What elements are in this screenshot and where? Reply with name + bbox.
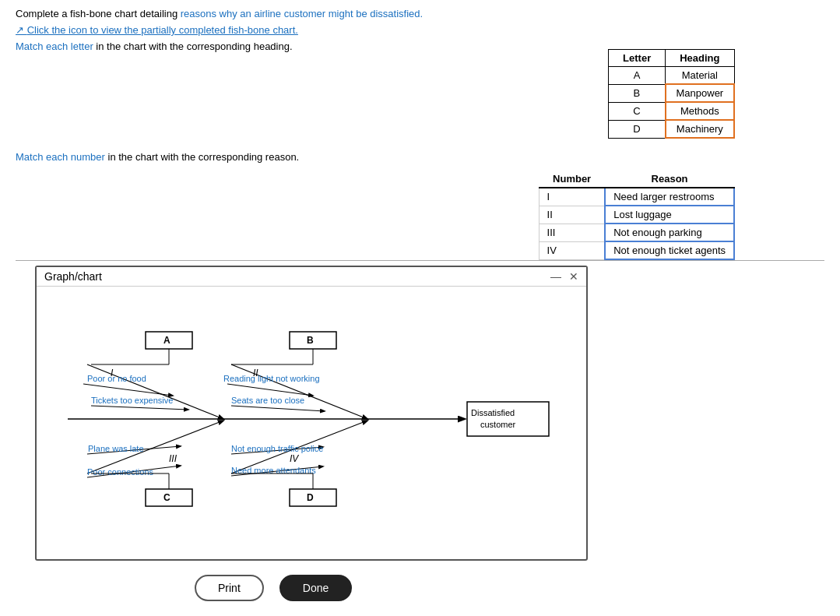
number-I: I: [539, 188, 605, 206]
table-row: B Manpower: [609, 84, 734, 102]
svg-line-18: [227, 384, 313, 396]
instruction-highlight3: Match each letter: [16, 40, 93, 52]
number-II: II: [539, 206, 605, 224]
svg-line-10: [91, 406, 188, 410]
letter-d: D: [609, 120, 666, 138]
heading-methods[interactable]: Methods: [666, 102, 734, 120]
reason-II[interactable]: Lost luggage: [605, 206, 734, 224]
svg-text:Not enough traffic police: Not enough traffic police: [231, 444, 323, 453]
reason-col-header: Reason: [605, 171, 734, 188]
reason-IV[interactable]: Not enough ticket agents: [605, 241, 734, 259]
svg-text:Reading light not working: Reading light not working: [223, 374, 320, 383]
svg-line-17: [231, 364, 367, 419]
svg-text:Dissatisfied: Dissatisfied: [471, 408, 515, 417]
instruction-line4: Match each number in the chart with the …: [16, 151, 824, 163]
chart-window: Graph/chart — ✕: [35, 266, 588, 561]
instruction-highlight1: reasons why an airline customer might be…: [181, 8, 423, 19]
table-row: II Lost luggage: [539, 206, 734, 224]
done-button[interactable]: Done: [279, 575, 352, 601]
divider: [16, 260, 824, 261]
table-row: A Material: [609, 67, 734, 85]
svg-text:Plane was late: Plane was late: [88, 444, 144, 453]
svg-text:B: B: [307, 335, 314, 346]
letter-a: A: [609, 67, 666, 85]
heading-manpower[interactable]: Manpower: [666, 84, 734, 102]
chart-titlebar: Graph/chart — ✕: [37, 267, 586, 287]
svg-text:D: D: [307, 492, 314, 503]
instruction-line1: Complete a fish-bone chart detailing rea…: [16, 8, 824, 19]
svg-rect-1: [467, 402, 549, 436]
letter-b: B: [609, 84, 666, 102]
instruction-line2: ↗ Click the icon to view the partially c…: [16, 24, 824, 36]
svg-text:Poor or no food: Poor or no food: [87, 374, 146, 383]
chart-title: Graph/chart: [44, 270, 102, 283]
svg-text:Poor connections: Poor connections: [87, 467, 153, 477]
svg-line-20: [231, 406, 325, 411]
print-button[interactable]: Print: [195, 575, 264, 601]
svg-text:IV: IV: [290, 453, 299, 464]
letter-c: C: [609, 102, 666, 120]
svg-text:Seats are too close: Seats are too close: [231, 396, 304, 405]
number-III: III: [539, 224, 605, 241]
svg-line-7: [87, 364, 223, 419]
svg-text:A: A: [163, 335, 170, 346]
svg-text:customer: customer: [480, 420, 516, 429]
chart-link[interactable]: ↗ Click the icon to view the partially c…: [16, 24, 298, 36]
action-buttons: Print Done: [195, 575, 824, 601]
number-IV: IV: [539, 241, 605, 259]
fishbone-diagram: Dissatisfied customer A I Poor or no foo…: [37, 287, 586, 559]
number-reason-table: Number Reason I Need larger restrooms II…: [539, 171, 735, 260]
letter-heading-table: Letter Heading A Material B Manpower C M…: [608, 49, 735, 139]
window-controls: — ✕: [550, 270, 578, 283]
letter-col-header: Letter: [609, 50, 666, 67]
svg-text:C: C: [163, 492, 170, 503]
table-row: I Need larger restrooms: [539, 188, 734, 206]
heading-col-header: Heading: [666, 50, 734, 67]
table-row: III Not enough parking: [539, 224, 734, 241]
fishbone-svg: Dissatisfied customer A I Poor or no foo…: [44, 294, 566, 544]
svg-text:Tickets too expensive: Tickets too expensive: [91, 396, 173, 405]
close-button[interactable]: ✕: [569, 270, 578, 283]
table-row: C Methods: [609, 102, 734, 120]
instruction-highlight4: Match each number: [16, 151, 105, 163]
svg-line-8: [83, 384, 173, 396]
heading-machinery[interactable]: Machinery: [666, 120, 734, 138]
number-col-header: Number: [539, 171, 605, 188]
reason-III[interactable]: Not enough parking: [605, 224, 734, 241]
svg-text:III: III: [169, 453, 177, 464]
table-row: D Machinery: [609, 120, 734, 138]
minimize-button[interactable]: —: [550, 270, 561, 283]
heading-material: Material: [666, 67, 734, 85]
table-row: IV Not enough ticket agents: [539, 241, 734, 259]
reason-I[interactable]: Need larger restrooms: [605, 188, 734, 206]
